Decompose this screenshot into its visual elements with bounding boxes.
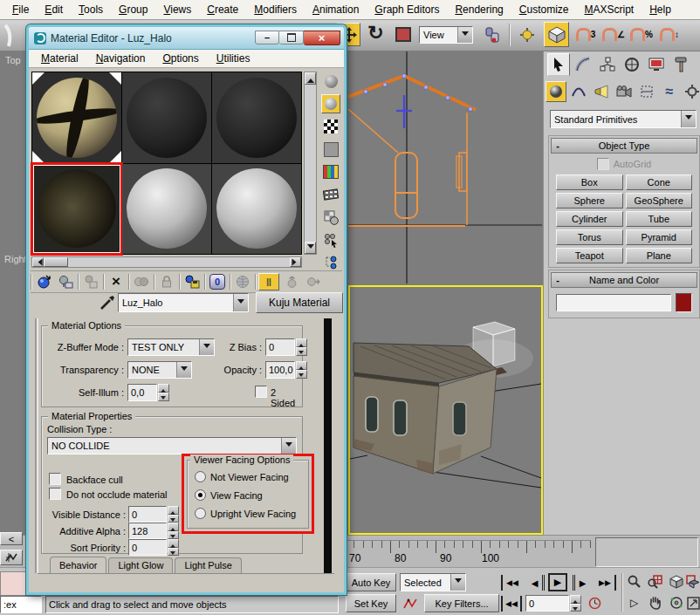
key-filters-button[interactable]: Key Filters...	[424, 594, 499, 612]
rollout-scrollbar[interactable]	[324, 318, 332, 573]
primitive-category-dropdown[interactable]: Standard Primitives	[550, 110, 697, 128]
get-material-icon[interactable]	[34, 273, 53, 290]
cylinder-button[interactable]: Cylinder	[556, 211, 623, 227]
show-map-in-viewport-icon[interactable]	[233, 273, 252, 290]
menu-utilities[interactable]: Utilities	[208, 51, 259, 65]
sort-priority-field[interactable]: 0	[128, 539, 167, 556]
reference-coordinate-arrow[interactable]	[457, 27, 472, 43]
zoom-extents-all-button[interactable]	[686, 573, 700, 591]
show-end-result-icon[interactable]: ‖	[258, 273, 279, 290]
menu-create[interactable]: Create	[200, 2, 245, 17]
select-by-material-icon[interactable]	[321, 230, 340, 249]
reference-coordinate-dropdown[interactable]: View	[419, 26, 473, 44]
material-class-button[interactable]: Kuju Material	[256, 292, 343, 313]
sample-slot-5[interactable]	[122, 164, 211, 255]
arc-rotate-button[interactable]	[667, 594, 685, 612]
tab-modify[interactable]	[572, 53, 594, 76]
pyramid-button[interactable]: Pyramid	[626, 229, 693, 245]
material-name-dropdown[interactable]: Luz_Halo	[118, 293, 249, 312]
sample-slot-3[interactable]	[212, 72, 301, 163]
cone-button[interactable]: Cone	[626, 174, 693, 190]
tube-button[interactable]: Tube	[626, 211, 693, 227]
menu-tools[interactable]: Tools	[72, 2, 110, 17]
make-unique-icon[interactable]	[157, 273, 176, 290]
current-frame-spinner[interactable]	[570, 595, 581, 612]
set-keys-curve-button[interactable]	[400, 594, 421, 612]
put-material-to-scene-icon[interactable]	[56, 273, 75, 290]
collision-type-dropdown[interactable]: NO COLLIDE	[47, 437, 297, 454]
primitive-category-arrow[interactable]	[681, 111, 696, 127]
sort-priority-spinner[interactable]	[168, 539, 179, 556]
video-color-check-icon[interactable]	[321, 162, 340, 181]
pick-material-eyedropper-icon[interactable]	[99, 294, 116, 311]
category-geometry-button[interactable]	[546, 81, 566, 102]
sample-slot-4-selected[interactable]	[32, 164, 121, 255]
snap-toggle-3d-button[interactable]: 3	[573, 23, 598, 46]
category-lights-button[interactable]	[591, 81, 612, 102]
top-viewport-label[interactable]: Top	[5, 55, 21, 65]
right-viewport-label[interactable]: Right	[4, 254, 27, 264]
geosphere-button[interactable]: GeoSphere	[626, 193, 693, 208]
menu-help[interactable]: Help	[642, 2, 678, 17]
menu-customize[interactable]: Customize	[512, 2, 576, 17]
upright-view-facing-radio[interactable]	[195, 508, 206, 519]
zoom-button[interactable]	[625, 573, 643, 591]
field-of-view-button[interactable]: ▷	[625, 594, 643, 612]
name-color-header[interactable]: - Name and Color	[551, 272, 697, 288]
backface-cull-checkbox[interactable]	[49, 473, 61, 485]
menu-animation[interactable]: Animation	[305, 2, 366, 17]
autogrid-checkbox[interactable]	[597, 158, 609, 170]
key-mode-toggle-button[interactable]: ◀◀	[501, 596, 522, 612]
opacity-spinner[interactable]	[296, 361, 307, 379]
background-icon[interactable]	[321, 117, 340, 136]
menu-maxscript[interactable]: MAXScript	[578, 2, 642, 17]
macro-recorder-pane[interactable]	[0, 571, 28, 596]
category-shapes-button[interactable]	[568, 81, 589, 102]
object-name-input[interactable]	[556, 294, 671, 311]
zoom-all-button[interactable]	[646, 573, 664, 591]
assign-material-to-selection-icon[interactable]	[81, 273, 100, 290]
view-facing-radio[interactable]	[195, 489, 206, 501]
transparency-dropdown[interactable]: NONE	[127, 361, 192, 379]
minimize-button[interactable]: –	[255, 31, 279, 44]
sample-uv-tiling-icon[interactable]	[321, 140, 340, 159]
additive-alpha-spinner[interactable]	[168, 523, 179, 539]
go-to-parent-icon[interactable]	[282, 273, 301, 290]
select-and-manipulate-button[interactable]	[515, 23, 539, 46]
timeline-scroll-left-button[interactable]: <	[0, 532, 23, 545]
menu-graph-editors[interactable]: Graph Editors	[367, 2, 446, 17]
angle-snap-button[interactable]: ∠	[601, 23, 626, 46]
zoom-extents-button[interactable]	[667, 573, 685, 591]
options-icon[interactable]	[321, 208, 340, 227]
menu-rendering[interactable]: Rendering	[448, 2, 510, 17]
object-color-swatch[interactable]	[676, 293, 692, 312]
tab-create[interactable]	[547, 53, 570, 76]
open-mini-curve-editor-button[interactable]	[0, 550, 23, 565]
pan-button[interactable]	[646, 594, 664, 612]
torus-button[interactable]: Torus	[556, 229, 623, 245]
occlude-checkbox[interactable]	[49, 488, 61, 500]
transparency-arrow[interactable]	[176, 362, 191, 378]
menu-options[interactable]: Options	[154, 51, 207, 65]
tab-hierarchy[interactable]	[596, 53, 619, 76]
menu-views[interactable]: Views	[156, 2, 198, 17]
material-map-navigator-icon[interactable]	[321, 253, 340, 272]
percent-snap-button[interactable]: %	[629, 23, 654, 46]
make-preview-icon[interactable]	[321, 185, 340, 204]
category-helpers-button[interactable]	[636, 81, 657, 102]
maximize-button[interactable]	[279, 31, 304, 44]
timeline-ruler[interactable]	[345, 540, 591, 553]
menu-file[interactable]: File	[5, 2, 36, 17]
collision-type-arrow[interactable]	[281, 438, 296, 454]
menu-group[interactable]: Group	[112, 2, 154, 17]
spinner-snap-button[interactable]: ↕	[657, 23, 682, 46]
select-and-rotate-button[interactable]: ↻	[364, 23, 388, 46]
next-frame-button[interactable]: ▶	[573, 575, 590, 591]
maximize-viewport-toggle-button[interactable]	[686, 594, 700, 612]
use-center-flyout-button[interactable]	[480, 23, 504, 46]
slots-horizontal-scrollbar[interactable]	[31, 256, 302, 268]
backlight-icon[interactable]	[321, 94, 340, 113]
menu-navigation[interactable]: Navigation	[87, 51, 154, 65]
material-id-channel-icon[interactable]: 0	[208, 273, 227, 290]
time-configuration-button[interactable]	[585, 595, 604, 612]
